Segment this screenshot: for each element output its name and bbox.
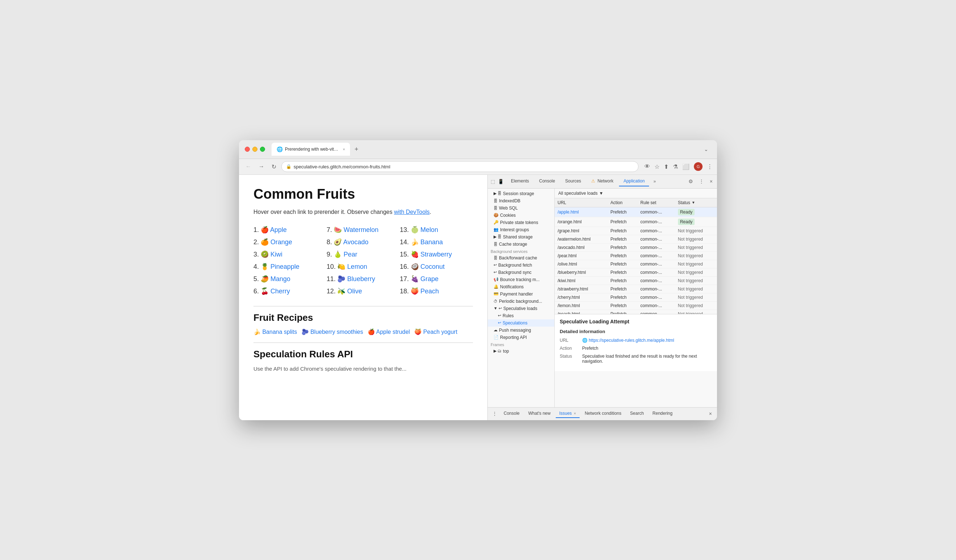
fruit-link[interactable]: Avocado bbox=[343, 238, 368, 246]
tree-item[interactable]: 👥 Interest groups bbox=[488, 226, 554, 234]
table-row[interactable]: /orange.htmlPrefetchcommon-...Ready bbox=[555, 217, 717, 226]
tree-item[interactable]: ↩ Background fetch bbox=[488, 262, 554, 269]
bottom-tab-whatsnew[interactable]: What's new bbox=[525, 409, 554, 418]
status-text: Not triggered bbox=[678, 253, 703, 258]
table-row[interactable]: /cherry.htmlPrefetchcommon-...Not trigge… bbox=[555, 293, 717, 301]
fruit-link[interactable]: Banana bbox=[420, 238, 443, 246]
tree-item[interactable]: 🗄 Back/forward cache bbox=[488, 254, 554, 262]
tab-console[interactable]: Console bbox=[535, 176, 559, 187]
hide-icon[interactable]: 👁 bbox=[644, 163, 650, 170]
forward-button[interactable]: → bbox=[256, 162, 266, 171]
table-row[interactable]: /blueberry.htmlPrefetchcommon-...Not tri… bbox=[555, 268, 717, 276]
tree-item[interactable]: 🔔 Notifications bbox=[488, 283, 554, 290]
tree-item[interactable]: ▶ 🗄 Shared storage bbox=[488, 234, 554, 241]
fruit-link[interactable]: Pear bbox=[343, 251, 357, 258]
table-row[interactable]: /pear.htmlPrefetchcommon-...Not triggere… bbox=[555, 251, 717, 260]
split-view-icon[interactable]: ⬜ bbox=[682, 163, 690, 170]
fruit-link[interactable]: Blueberry bbox=[347, 275, 375, 282]
extensions-icon[interactable]: ⚗ bbox=[673, 163, 678, 170]
devtools-link[interactable]: with DevTools bbox=[394, 209, 430, 215]
tree-item[interactable]: 🗄 Cache storage bbox=[488, 241, 554, 248]
fruit-link[interactable]: Mango bbox=[270, 275, 290, 282]
maximize-button[interactable] bbox=[260, 147, 265, 152]
table-row[interactable]: /avocado.htmlPrefetchcommon-...Not trigg… bbox=[555, 243, 717, 251]
tab-sources[interactable]: Sources bbox=[561, 176, 585, 187]
tree-item[interactable]: ↩ Speculations bbox=[488, 319, 554, 326]
tree-item[interactable]: 📢 Bounce tracking m... bbox=[488, 276, 554, 283]
table-row[interactable]: /peach.htmlPrefetchcommon-...Not trigger… bbox=[555, 310, 717, 314]
devtools-device-icon[interactable]: 📱 bbox=[498, 179, 504, 184]
bottom-menu-icon[interactable]: ⋮ bbox=[491, 410, 498, 417]
address-bar[interactable]: 🔒 speculative-rules.glitch.me/common-fru… bbox=[281, 161, 638, 172]
browser-tab[interactable]: 🌐 Prerendering with web-vitals... × bbox=[272, 143, 350, 156]
speculative-loads-table-container[interactable]: URL Action Rule set Status ▼ /apple.html… bbox=[555, 198, 717, 314]
bottom-tab-console[interactable]: Console bbox=[500, 409, 523, 418]
recipe-link[interactable]: 🫐 Blueberry smoothies bbox=[302, 329, 363, 335]
tree-item[interactable]: 🔑 Private state tokens bbox=[488, 219, 554, 226]
fruit-link[interactable]: Orange bbox=[270, 238, 292, 246]
fruit-link[interactable]: Pineapple bbox=[270, 263, 299, 270]
back-button[interactable]: ← bbox=[243, 162, 253, 171]
recipe-link[interactable]: 🍎 Apple strudel bbox=[368, 329, 410, 335]
fruit-link[interactable]: Kiwi bbox=[270, 251, 282, 258]
fruit-link[interactable]: Apple bbox=[270, 226, 287, 234]
tree-item[interactable]: 🗄 Web SQL bbox=[488, 204, 554, 212]
fruit-link[interactable]: Peach bbox=[420, 288, 439, 295]
devtools-inspect-icon[interactable]: ⬚ bbox=[491, 179, 495, 184]
fruit-link[interactable]: Melon bbox=[420, 226, 438, 234]
share-icon[interactable]: ⬆ bbox=[664, 163, 668, 170]
tree-item[interactable]: ↩ Rules bbox=[488, 312, 554, 319]
table-row[interactable]: /watermelon.htmlPrefetchcommon-...Not tr… bbox=[555, 235, 717, 243]
tree-item[interactable]: 🍪 Cookies bbox=[488, 212, 554, 219]
tree-item[interactable]: ▼ ↩ Speculative loads bbox=[488, 305, 554, 312]
tree-item[interactable]: ☁ Push messaging bbox=[488, 326, 554, 334]
fruit-link[interactable]: Coconut bbox=[420, 263, 445, 270]
recipe-link[interactable]: 🍌 Banana splits bbox=[253, 329, 297, 335]
minimize-button[interactable] bbox=[252, 147, 258, 152]
table-row[interactable]: /strawberry.htmlPrefetchcommon-...Not tr… bbox=[555, 285, 717, 293]
reload-button[interactable]: ↻ bbox=[269, 162, 278, 172]
fruit-link[interactable]: Strawberry bbox=[420, 251, 452, 258]
bottom-tab-search[interactable]: Search bbox=[627, 409, 648, 418]
tab-more-button[interactable]: » bbox=[651, 177, 659, 185]
fruit-link[interactable]: Lemon bbox=[347, 263, 367, 270]
tree-item[interactable]: ⏱ Periodic background... bbox=[488, 298, 554, 305]
bottom-tab-issues[interactable]: Issues × bbox=[556, 409, 580, 418]
recipe-link[interactable]: 🍑 Peach yogurt bbox=[414, 329, 458, 335]
devtools-close-icon[interactable]: × bbox=[708, 178, 714, 185]
tree-item[interactable]: 💳 Payment handler bbox=[488, 290, 554, 298]
close-button[interactable] bbox=[245, 147, 250, 152]
tree-item[interactable]: ▶ 🗄 Session storage bbox=[488, 190, 554, 197]
table-row[interactable]: /kiwi.htmlPrefetchcommon-...Not triggere… bbox=[555, 276, 717, 285]
devtools-more-icon[interactable]: ⋮ bbox=[698, 178, 706, 185]
filter-dropdown[interactable]: All speculative loads ▼ bbox=[558, 191, 604, 196]
tree-item[interactable]: 📄 Reporting API bbox=[488, 334, 554, 341]
table-row[interactable]: /lemon.htmlPrefetchcommon-...Not trigger… bbox=[555, 301, 717, 310]
detail-url-link[interactable]: https://speculative-rules.glitch.me/appl… bbox=[589, 338, 674, 343]
tree-item[interactable]: 🗄 IndexedDB bbox=[488, 197, 554, 204]
issues-close-icon[interactable]: × bbox=[574, 411, 576, 416]
table-row[interactable]: /grape.htmlPrefetchcommon-...Not trigger… bbox=[555, 226, 717, 235]
tree-item[interactable]: ▶ 🗂 top bbox=[488, 348, 554, 355]
tab-network[interactable]: ⚠ Network bbox=[587, 176, 618, 187]
fruit-column-1: 1. 🍎 Apple2. 🍊 Orange3. 🥝 Kiwi4. 🍍 Pinea… bbox=[253, 224, 327, 297]
avatar[interactable]: G bbox=[694, 162, 703, 171]
tree-item[interactable]: ↩ Background sync bbox=[488, 269, 554, 276]
bookmark-icon[interactable]: ☆ bbox=[654, 163, 659, 170]
table-row[interactable]: /apple.htmlPrefetchcommon-...Ready bbox=[555, 207, 717, 217]
devtools-settings-icon[interactable]: ⚙ bbox=[687, 178, 695, 185]
tab-application[interactable]: Application bbox=[619, 176, 649, 187]
fruit-link[interactable]: Grape bbox=[420, 275, 439, 282]
bottom-close-button[interactable]: × bbox=[707, 410, 714, 417]
fruit-link[interactable]: Olive bbox=[347, 288, 362, 295]
tab-elements[interactable]: Elements bbox=[506, 176, 533, 187]
tab-dropdown-button[interactable]: ⌄ bbox=[701, 145, 711, 154]
menu-icon[interactable]: ⋮ bbox=[707, 163, 713, 170]
fruit-link[interactable]: Cherry bbox=[270, 288, 290, 295]
bottom-tab-network-conditions[interactable]: Network conditions bbox=[581, 409, 625, 418]
table-row[interactable]: /olive.htmlPrefetchcommon-...Not trigger… bbox=[555, 260, 717, 268]
fruit-link[interactable]: Watermelon bbox=[343, 226, 378, 234]
bottom-tab-rendering[interactable]: Rendering bbox=[649, 409, 676, 418]
new-tab-button[interactable]: + bbox=[351, 144, 361, 155]
tab-close-button[interactable]: × bbox=[343, 147, 345, 151]
